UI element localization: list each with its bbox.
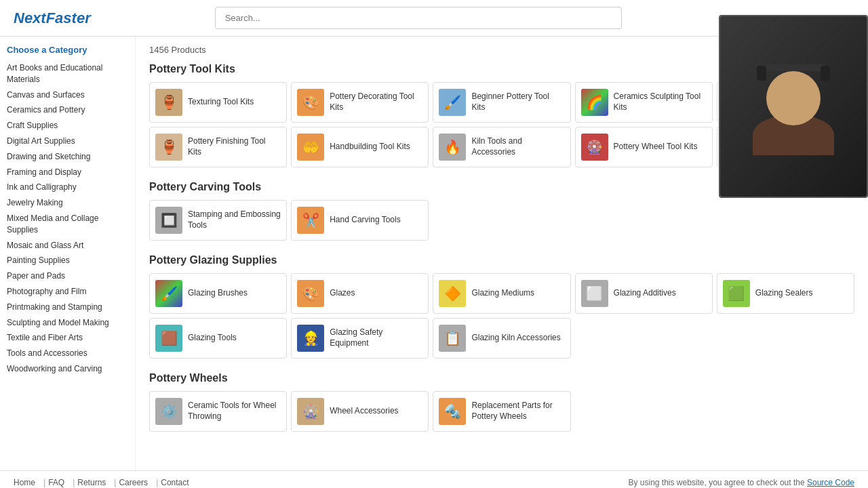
sidebar-title[interactable]: Choose a Category — [7, 45, 128, 55]
category-label: Pottery Finishing Tool Kits — [188, 136, 281, 157]
category-label: Glazing Safety Equipment — [330, 327, 422, 348]
logo[interactable]: NextFaster — [14, 9, 91, 27]
category-grid: 🔲Stamping and Embossing Tools✂️Hand Carv… — [149, 200, 854, 241]
category-card[interactable]: 🖌️Beginner Pottery Tool Kits — [433, 82, 570, 123]
category-card[interactable]: 🔶Glazing Mediums — [433, 273, 570, 314]
sidebar-item[interactable]: Ink and Calligraphy — [7, 180, 128, 195]
category-card[interactable]: ✂️Hand Carving Tools — [291, 200, 429, 241]
footer-link-home[interactable]: Home — [14, 478, 35, 487]
sidebar-item[interactable]: Mosaic and Glass Art — [7, 238, 128, 253]
sidebar-item[interactable]: Art Books and Educational Materials — [7, 60, 128, 87]
category-label: Texturing Tool Kits — [188, 97, 254, 108]
category-label: Glazing Tools — [188, 333, 237, 344]
section-title: Pottery Wheels — [149, 372, 854, 384]
category-card[interactable]: 🏺Pottery Finishing Tool Kits — [149, 127, 287, 167]
category-label: Ceramic Tools for Wheel Throwing — [188, 401, 281, 422]
category-label: Pottery Decorating Tool Kits — [330, 92, 422, 113]
sidebar-item[interactable]: Digital Art Supplies — [7, 134, 128, 149]
category-card[interactable]: 🤲Handbuilding Tool Kits — [291, 127, 429, 167]
category-icon: 🔥 — [439, 134, 466, 161]
category-card[interactable]: 📋Glazing Kiln Accessories — [433, 318, 570, 359]
category-label: Pottery Wheel Tool Kits — [614, 142, 698, 152]
category-card[interactable]: 🎡Pottery Wheel Tool Kits — [575, 127, 713, 167]
category-card[interactable]: 🖌️Glazing Brushes — [149, 273, 287, 314]
category-icon: 🔶 — [439, 280, 466, 307]
video-person — [766, 71, 821, 125]
sidebar-item[interactable]: Paper and Pads — [7, 268, 128, 284]
category-icon: 🤲 — [297, 134, 324, 161]
category-label: Glazing Kiln Accessories — [471, 333, 560, 344]
category-card[interactable]: 🎨Pottery Decorating Tool Kits — [291, 82, 429, 123]
category-label: Stamping and Embossing Tools — [188, 209, 281, 230]
category-card[interactable]: 🔲Stamping and Embossing Tools — [149, 200, 287, 241]
source-code-link[interactable]: Source Code — [807, 478, 854, 487]
sidebar-item[interactable]: Sculpting and Model Making — [7, 315, 128, 331]
category-card[interactable]: 🎨Glazes — [291, 273, 429, 314]
category-icon: 🌈 — [581, 89, 608, 116]
category-card[interactable]: ⬜Glazing Additives — [575, 273, 713, 314]
search-box — [215, 7, 622, 29]
footer-separator: | — [73, 478, 75, 487]
category-icon: 🔲 — [155, 207, 182, 234]
category-card[interactable]: 🎡Wheel Accessories — [291, 391, 429, 432]
footer-legal: By using this website, you agree to chec… — [628, 478, 854, 487]
category-label: Handbuilding Tool Kits — [330, 142, 410, 152]
footer-link-careers[interactable]: Careers — [119, 478, 148, 487]
category-icon: 🏺 — [155, 89, 182, 116]
footer-link-faq[interactable]: FAQ — [48, 478, 64, 487]
category-icon: 🎡 — [581, 134, 608, 161]
footer-separator: | — [114, 478, 116, 487]
section-pottery-wheels: Pottery Wheels⚙️Ceramic Tools for Wheel … — [149, 372, 854, 432]
category-icon: ⬜ — [581, 280, 608, 307]
category-icon: 🏺 — [155, 134, 182, 161]
category-label: Glazes — [330, 288, 355, 299]
sidebar-item[interactable]: Mixed Media and Collage Supplies — [7, 211, 128, 238]
footer-link-returns[interactable]: Returns — [77, 478, 106, 487]
category-label: Glazing Sealers — [755, 288, 813, 299]
category-card[interactable]: 🟩Glazing Sealers — [717, 273, 854, 314]
video-feed — [720, 16, 867, 197]
sidebar-item[interactable]: Jewelry Making — [7, 195, 128, 211]
sidebar-item[interactable]: Craft Supplies — [7, 118, 128, 134]
section-title: Pottery Glazing Supplies — [149, 254, 854, 266]
category-icon: 🎡 — [297, 398, 324, 425]
sidebar-item[interactable]: Painting Supplies — [7, 253, 128, 268]
footer-legal-text: By using this website, you agree to chec… — [628, 478, 804, 487]
sidebar-item[interactable]: Framing and Display — [7, 165, 128, 180]
sidebar-item[interactable]: Canvas and Surfaces — [7, 87, 128, 103]
category-label: Replacement Parts for Pottery Wheels — [471, 401, 564, 422]
footer-link-contact[interactable]: Contact — [161, 478, 189, 487]
category-card[interactable]: ⚙️Ceramic Tools for Wheel Throwing — [149, 391, 287, 432]
category-icon: 🖌️ — [155, 280, 182, 307]
section-pottery-glazing-supplies: Pottery Glazing Supplies🖌️Glazing Brushe… — [149, 254, 854, 359]
sidebar: Choose a Category Art Books and Educatio… — [0, 37, 136, 470]
category-label: Wheel Accessories — [330, 406, 398, 417]
category-label: Kiln Tools and Accessories — [471, 136, 564, 157]
sidebar-item[interactable]: Ceramics and Pottery — [7, 102, 128, 118]
category-grid: 🖌️Glazing Brushes🎨Glazes🔶Glazing Mediums… — [149, 273, 854, 359]
category-card[interactable]: 🔥Kiln Tools and Accessories — [433, 127, 570, 167]
sidebar-item[interactable]: Photography and Film — [7, 284, 128, 300]
sidebar-item[interactable]: Drawing and Sketching — [7, 149, 128, 165]
category-card[interactable]: 🏺Texturing Tool Kits — [149, 82, 287, 123]
sidebar-item[interactable]: Printmaking and Stamping — [7, 300, 128, 315]
category-icon: 🟫 — [155, 325, 182, 352]
category-label: Glazing Mediums — [471, 288, 534, 299]
category-grid: ⚙️Ceramic Tools for Wheel Throwing🎡Wheel… — [149, 391, 854, 432]
category-card[interactable]: 🌈Ceramics Sculpting Tool Kits — [575, 82, 713, 123]
category-card[interactable]: 🔩Replacement Parts for Pottery Wheels — [433, 391, 570, 432]
sidebar-item[interactable]: Tools and Accessories — [7, 346, 128, 361]
search-input[interactable] — [215, 7, 622, 29]
category-label: Beginner Pottery Tool Kits — [471, 92, 564, 113]
sidebar-item[interactable]: Textile and Fiber Arts — [7, 330, 128, 346]
sidebar-item[interactable]: Woodworking and Carving — [7, 361, 128, 377]
category-card[interactable]: 🟫Glazing Tools — [149, 318, 287, 359]
category-label: Hand Carving Tools — [330, 215, 401, 226]
category-icon: 🟩 — [723, 280, 750, 307]
category-icon: 🔩 — [439, 398, 466, 425]
category-icon: 🖌️ — [439, 89, 466, 116]
category-card[interactable]: 👷Glazing Safety Equipment — [291, 318, 429, 359]
headphone-icon — [761, 64, 826, 71]
footer: Home|FAQ|Returns|Careers|Contact By usin… — [0, 470, 868, 488]
footer-separator: | — [43, 478, 45, 487]
